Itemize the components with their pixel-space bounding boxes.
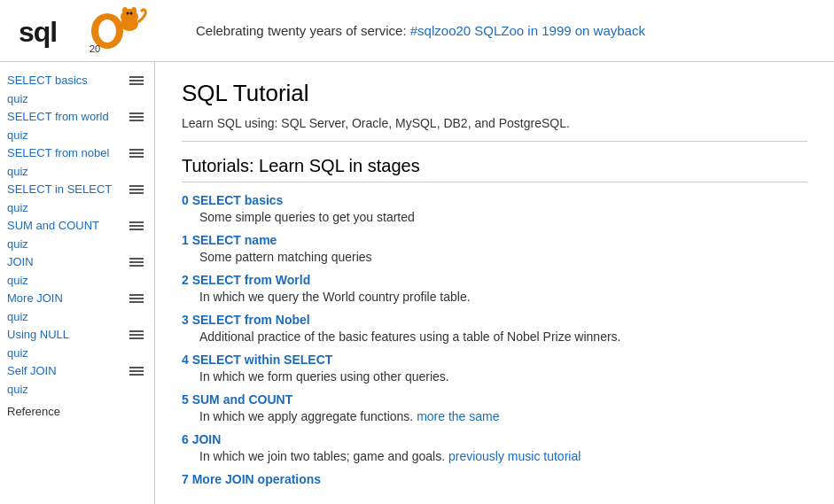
sidebar-link-select-in-select[interactable]: SELECT in SELECT [7, 182, 112, 196]
sidebar-link-more-join[interactable]: More JOIN [7, 291, 63, 305]
tutorial-1: 1 SELECT name Some pattern matching quer… [182, 233, 807, 264]
tutorial-3-desc: Additional practice of the basic feature… [182, 330, 807, 344]
svg-point-7 [127, 12, 129, 15]
hamburger-icon-3 [129, 149, 144, 158]
sidebar-link-select-from-world[interactable]: SELECT from world [7, 110, 109, 123]
sidebar-item-quiz-1[interactable]: quiz [0, 89, 154, 107]
tutorial-6: 6 JOIN In which we join two tables; game… [182, 432, 807, 463]
sidebar-item-quiz-3[interactable]: quiz [0, 162, 154, 180]
sidebar-link-select-from-nobel[interactable]: SELECT from nobel [7, 146, 109, 159]
tutorial-3-link[interactable]: 3 SELECT from Nobel [182, 313, 310, 327]
hamburger-icon-6 [129, 258, 144, 267]
sidebar-link-quiz-9[interactable]: quiz [7, 383, 28, 396]
svg-point-9 [121, 17, 138, 31]
tutorial-7: 7 More JOIN operations [182, 472, 807, 486]
tutorial-1-link[interactable]: 1 SELECT name [182, 233, 277, 247]
sidebar-link-sum-and-count[interactable]: SUM and COUNT [7, 219, 99, 232]
tutorial-2-desc: In which we query the World country prof… [182, 290, 807, 304]
celebration-text: Celebrating twenty years of service: [196, 23, 407, 38]
sidebar-link-quiz-6[interactable]: quiz [7, 274, 28, 287]
sidebar-link-quiz-1[interactable]: quiz [7, 92, 28, 105]
tutorial-5-desc: In which we apply aggregate functions. m… [182, 409, 807, 423]
svg-text:20: 20 [90, 43, 100, 54]
header: sql 20 Celebrating twenty years of servi… [0, 0, 834, 62]
sidebar-link-using-null[interactable]: Using NULL [7, 328, 69, 341]
sidebar-item-join[interactable]: JOIN [0, 252, 154, 271]
more-the-same-link[interactable]: more the same [417, 409, 499, 423]
sidebar-item-quiz-9[interactable]: quiz [0, 380, 154, 398]
svg-text:sql: sql [19, 16, 57, 48]
sidebar-link-quiz-8[interactable]: quiz [7, 346, 28, 360]
tutorial-0-desc: Some simple queries to get you started [182, 210, 807, 224]
svg-point-8 [130, 12, 133, 15]
sidebar-item-self-join[interactable]: Self JOIN [0, 361, 154, 380]
sidebar-item-quiz-6[interactable]: quiz [0, 271, 154, 289]
sidebar-link-join[interactable]: JOIN [7, 255, 34, 268]
sidebar-link-quiz-7[interactable]: quiz [7, 310, 28, 323]
sidebar-link-self-join[interactable]: Self JOIN [7, 364, 57, 377]
hamburger-icon-2 [129, 112, 144, 121]
page-title: SQL Tutorial [182, 80, 807, 107]
tutorial-4-desc: In which we form queries using other que… [182, 369, 807, 384]
tutorial-7-link[interactable]: 7 More JOIN operations [182, 472, 321, 486]
sidebar-reference: Reference [0, 398, 154, 422]
hamburger-icon [129, 76, 144, 85]
tutorials-heading: Tutorials: Learn SQL in stages [182, 156, 807, 182]
sqlzoo-logo: sql 20 [14, 6, 152, 55]
sidebar-link-quiz-2[interactable]: quiz [7, 128, 28, 142]
sidebar-item-sum-and-count[interactable]: SUM and COUNT [0, 216, 154, 235]
tutorial-0-link[interactable]: 0 SELECT basics [182, 193, 283, 207]
wayback-link[interactable]: #sqlzoo20 SQLZoo in 1999 on wayback [410, 23, 645, 38]
sidebar-item-quiz-5[interactable]: quiz [0, 235, 154, 252]
tutorial-2: 2 SELECT from World In which we query th… [182, 273, 807, 304]
logo-area: sql 20 [14, 6, 169, 55]
tutorial-5: 5 SUM and COUNT In which we apply aggreg… [182, 392, 807, 423]
tutorial-4-link[interactable]: 4 SELECT within SELECT [182, 353, 332, 367]
main-content: SQL Tutorial Learn SQL using: SQL Server… [155, 62, 834, 504]
reference-label: Reference [7, 405, 60, 418]
sidebar-item-select-from-nobel[interactable]: SELECT from nobel [0, 143, 154, 162]
sidebar-item-quiz-2[interactable]: quiz [0, 126, 154, 143]
hamburger-icon-8 [129, 330, 144, 339]
sidebar-link-select-basics[interactable]: SELECT basics [7, 74, 88, 87]
hamburger-icon-4 [129, 185, 144, 194]
svg-point-2 [98, 19, 116, 43]
sidebar: SELECT basics quiz SELECT from world qui… [0, 62, 155, 504]
tutorial-2-link[interactable]: 2 SELECT from World [182, 273, 310, 287]
hamburger-icon-9 [129, 367, 144, 376]
sidebar-link-quiz-3[interactable]: quiz [7, 165, 28, 178]
tutorial-5-link[interactable]: 5 SUM and COUNT [182, 392, 292, 407]
sidebar-item-more-join[interactable]: More JOIN [0, 289, 154, 307]
sidebar-item-quiz-7[interactable]: quiz [0, 307, 154, 325]
tutorial-1-desc: Some pattern matching queries [182, 250, 807, 264]
sidebar-link-quiz-4[interactable]: quiz [7, 201, 28, 214]
previously-music-link[interactable]: previously music tutorial [448, 449, 581, 463]
tutorial-0: 0 SELECT basics Some simple queries to g… [182, 193, 807, 224]
layout: SELECT basics quiz SELECT from world qui… [0, 62, 834, 504]
sidebar-item-quiz-8[interactable]: quiz [0, 344, 154, 361]
header-announcement: Celebrating twenty years of service: #sq… [169, 23, 645, 38]
sidebar-item-select-from-world[interactable]: SELECT from world [0, 107, 154, 126]
tutorial-6-desc: In which we join two tables; game and go… [182, 449, 807, 463]
sidebar-item-select-basics[interactable]: SELECT basics [0, 71, 154, 89]
sidebar-item-quiz-4[interactable]: quiz [0, 198, 154, 216]
sidebar-item-select-in-select[interactable]: SELECT in SELECT [0, 180, 154, 198]
page-subtitle: Learn SQL using: SQL Server, Oracle, MyS… [182, 116, 807, 142]
sidebar-item-using-null[interactable]: Using NULL [0, 325, 154, 344]
tutorial-3: 3 SELECT from Nobel Additional practice … [182, 313, 807, 344]
hamburger-icon-7 [129, 294, 144, 303]
sidebar-link-quiz-5[interactable]: quiz [7, 237, 28, 251]
tutorial-6-link[interactable]: 6 JOIN [182, 432, 221, 446]
tutorial-4: 4 SELECT within SELECT In which we form … [182, 353, 807, 384]
hamburger-icon-5 [129, 221, 144, 230]
